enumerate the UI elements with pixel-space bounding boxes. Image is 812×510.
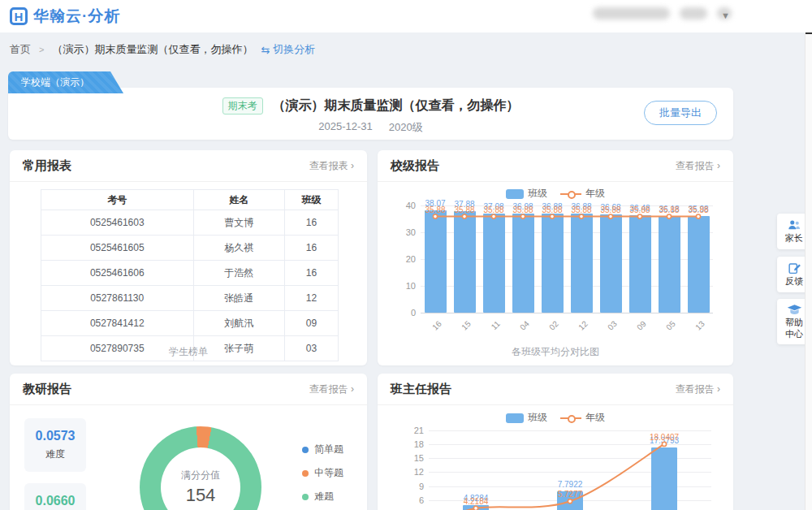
hard-label: 难题 bbox=[314, 490, 334, 504]
table-caption: 学生榜单 bbox=[10, 345, 367, 359]
help-center-icon bbox=[787, 304, 802, 316]
table-row: 0527861130张皓通12 bbox=[41, 286, 339, 311]
school-report-title: 校级报告 bbox=[391, 158, 439, 174]
donut-legend: 简单题 中等题 难题 bbox=[302, 443, 343, 504]
line-point[interactable] bbox=[433, 214, 437, 218]
score-donut-chart[interactable]: 满分分值 154 bbox=[140, 426, 261, 510]
scrollbar-track[interactable] bbox=[805, 0, 812, 510]
top-header: H 华翰云·分析 ▼ bbox=[0, 0, 812, 32]
view-teacher-report-link[interactable]: 查看报告 › bbox=[676, 382, 720, 396]
line-point[interactable] bbox=[520, 214, 525, 218]
line-point[interactable] bbox=[667, 214, 671, 218]
table-cell: 0527841412 bbox=[41, 311, 194, 336]
second-stat-value: 0.0660 bbox=[24, 494, 86, 508]
easy-label: 简单题 bbox=[314, 443, 343, 456]
table-row: 0525461606于浩然16 bbox=[41, 261, 339, 286]
line-point[interactable] bbox=[473, 506, 477, 510]
table-cell: 张皓通 bbox=[193, 286, 284, 311]
exam-title: （演示）期末质量监测（仅查看，勿操作） bbox=[273, 97, 520, 115]
chevron-right-icon: › bbox=[717, 160, 720, 171]
view-teacher-report-label: 查看报告 bbox=[676, 383, 715, 395]
x-axis-label: 16 bbox=[414, 319, 443, 348]
breadcrumb: 首页 > （演示）期末质量监测（仅查看，勿操作） ⇆ 切换分析 bbox=[10, 42, 315, 57]
table-cell: 16 bbox=[284, 261, 338, 286]
view-research-report-label: 查看报告 bbox=[309, 383, 348, 395]
line-value-label: 35.88 bbox=[674, 205, 723, 214]
table-cell: 杨久祺 bbox=[193, 236, 284, 261]
x-axis-label: 05 bbox=[648, 319, 677, 348]
donut-center-value: 154 bbox=[186, 485, 216, 506]
student-table-head: 考号姓名班级 bbox=[41, 190, 339, 210]
breadcrumb-home[interactable]: 首页 bbox=[10, 42, 31, 57]
redacted-text bbox=[680, 7, 707, 19]
line-point[interactable] bbox=[696, 214, 700, 218]
line-point[interactable] bbox=[491, 214, 495, 218]
medium-dot bbox=[302, 470, 309, 477]
line-point[interactable] bbox=[568, 499, 572, 504]
x-axis-label: 03 bbox=[590, 319, 619, 348]
view-reports-link[interactable]: 查看报表 › bbox=[309, 159, 354, 173]
x-axis-label: 09 bbox=[619, 319, 648, 348]
logo-icon: H bbox=[10, 7, 28, 25]
table-cell: 曹文博 bbox=[193, 210, 284, 236]
exam-title-card: 期末考 （演示）期末质量监测（仅查看，勿操作） 2025-12-31 2020级… bbox=[8, 88, 733, 140]
table-cell: 刘航汛 bbox=[193, 311, 284, 336]
teacher-report-card: 班主任报告 查看报告 › 班级 年级 21181512964.82847.792… bbox=[378, 374, 733, 510]
user-menu-dropdown[interactable]: ▼ bbox=[721, 11, 730, 20]
second-stat: 0.0660 bbox=[24, 483, 86, 510]
line-value-label: 4.2184 bbox=[451, 497, 500, 506]
line-point[interactable] bbox=[637, 214, 641, 218]
common-reports-title: 常用报表 bbox=[23, 158, 71, 174]
x-axis-label: 13 bbox=[677, 319, 706, 348]
table-cell: 0525461603 bbox=[41, 210, 194, 236]
legend-easy[interactable]: 简单题 bbox=[302, 443, 343, 456]
switch-analysis-link[interactable]: ⇆ 切换分析 bbox=[261, 42, 315, 57]
chevron-right-icon: › bbox=[351, 160, 354, 171]
legend-hard[interactable]: 难题 bbox=[302, 490, 343, 504]
medium-label: 中等题 bbox=[314, 466, 343, 480]
exam-type-badge: 期末考 bbox=[222, 97, 263, 115]
student-table: 考号姓名班级 0525461603曹文博160525461605杨久祺16052… bbox=[41, 189, 339, 361]
x-axis-label: 12 bbox=[560, 319, 590, 348]
table-cell: 16 bbox=[284, 210, 338, 236]
chevron-right-icon: › bbox=[717, 383, 720, 395]
table-row: 0525461603曹文博16 bbox=[41, 210, 339, 236]
line-point[interactable] bbox=[550, 214, 554, 218]
app-logo: H 华翰云·分析 bbox=[10, 6, 120, 27]
legend-medium[interactable]: 中等题 bbox=[302, 466, 343, 480]
exam-date: 2025-12-31 bbox=[318, 120, 373, 135]
breadcrumb-current: （演示）期末质量监测（仅查看，勿操作） bbox=[52, 42, 253, 57]
difficulty-label: 难度 bbox=[24, 447, 86, 461]
redacted-text bbox=[593, 7, 670, 19]
table-row: 0525461605杨久祺16 bbox=[41, 236, 339, 261]
teacher-class-chart: 班级 年级 21181512964.82847.792217.37934.218… bbox=[390, 411, 721, 510]
line-point[interactable] bbox=[579, 214, 583, 218]
line-point[interactable] bbox=[608, 214, 612, 218]
feedback-icon bbox=[788, 261, 801, 274]
x-axis-label: 02 bbox=[531, 319, 560, 348]
table-cell: 16 bbox=[284, 236, 338, 261]
school-class-avg-chart: 班级 年级 01020304038.0737.8837.0836.9836.88… bbox=[390, 187, 721, 359]
difficulty-value: 0.0573 bbox=[24, 429, 86, 443]
table-cell: 0525461605 bbox=[41, 236, 194, 261]
feedback-label: 反馈 bbox=[785, 276, 803, 287]
switch-analysis-label: 切换分析 bbox=[273, 42, 315, 57]
line-point[interactable] bbox=[662, 442, 666, 446]
table-cell: 12 bbox=[284, 286, 338, 311]
student-table-body: 0525461603曹文博160525461605杨久祺160525461606… bbox=[41, 210, 339, 361]
chevron-right-icon: › bbox=[351, 383, 354, 395]
table-cell: 0527861130 bbox=[41, 286, 194, 311]
batch-export-button[interactable]: 批量导出 bbox=[644, 101, 717, 125]
table-column-header: 班级 bbox=[284, 190, 338, 210]
x-axis-label: 15 bbox=[443, 319, 473, 348]
table-cell: 09 bbox=[284, 311, 338, 336]
view-research-report-link[interactable]: 查看报告 › bbox=[309, 382, 354, 396]
teacher-report-title: 班主任报告 bbox=[391, 382, 451, 397]
view-reports-label: 查看报表 bbox=[309, 160, 348, 171]
line-point[interactable] bbox=[462, 214, 466, 218]
line-value-label: 5.7277 bbox=[546, 490, 594, 499]
school-tab-ribbon[interactable]: 学校端（演示） bbox=[8, 71, 123, 93]
research-report-card: 教研报告 查看报告 › 0.0573 难度 0.0660 满分分值 154 简单… bbox=[10, 374, 367, 510]
view-school-report-link[interactable]: 查看报告 › bbox=[676, 159, 720, 173]
parents-icon bbox=[787, 218, 801, 231]
